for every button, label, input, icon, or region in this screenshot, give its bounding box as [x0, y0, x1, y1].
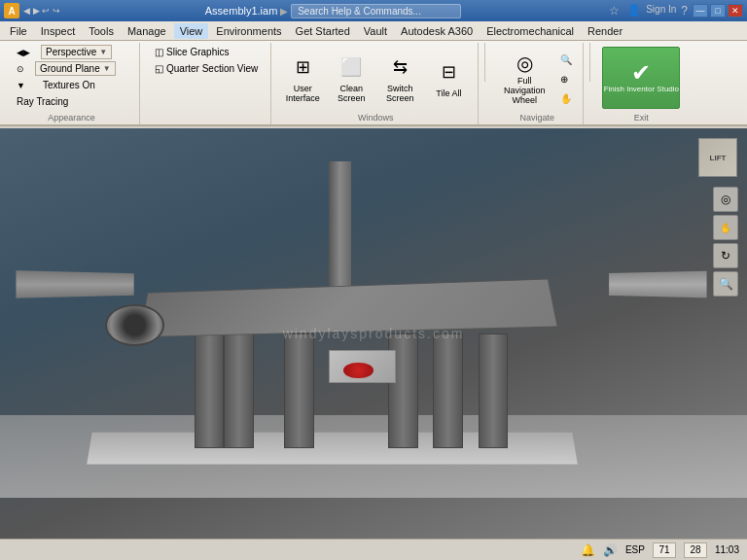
ribbon: ◀▶ Perspective ▼ ⊙ Ground Plane ▼ ▼ [0, 41, 747, 126]
separator1 [484, 43, 485, 82]
scene-frame-left [17, 270, 134, 298]
menu-inspect[interactable]: Inspect [35, 23, 81, 39]
menu-manage[interactable]: Manage [122, 23, 172, 39]
slice-label: Slice Graphics [166, 47, 229, 57]
ray-tracing-label: Ray Tracing [17, 96, 68, 107]
notification-icon: 🔔 [581, 543, 595, 557]
zoom-btn[interactable]: 🔍 [555, 52, 577, 68]
star-icon[interactable]: ☆ [606, 4, 622, 18]
ground-plane-label: Ground Plane [40, 63, 100, 74]
titlebar: A ◀ ▶ ↩ ↪ Assembly1.iam ▶ Search Help & … [0, 0, 747, 21]
viewport-zoom-btn[interactable]: 🔍 [713, 271, 738, 297]
clean-screen-icon: ⬜ [336, 52, 367, 83]
appearance-group-label: Appearance [48, 111, 95, 122]
menu-render[interactable]: Render [582, 23, 628, 39]
menu-autodesk-a360[interactable]: Autodesk A360 [395, 23, 479, 39]
viewport-pan-btn[interactable]: ✋ [713, 215, 738, 240]
appearance-controls: ◀▶ Perspective ▼ ⊙ Ground Plane ▼ ▼ [10, 45, 116, 111]
scene-wheel [105, 304, 164, 345]
finish-checkmark-icon: ✔ [631, 61, 651, 85]
scene-frame-right [610, 270, 708, 298]
navigate-group-label: Navigate [520, 113, 555, 122]
viewport[interactable]: windylaysproducts.com LIFT ◎ ✋ ↻ 🔍 [0, 128, 747, 539]
titlebar-left: A ◀ ▶ ↩ ↪ [4, 3, 60, 18]
close-button[interactable]: ✕ [728, 4, 743, 18]
navigate-secondary-btns: 🔍 ⊕ ✋ [555, 52, 577, 107]
ribbon-group-navigate: ◎ Full NavigationWheel 🔍 ⊕ ✋ Navigate [491, 43, 584, 124]
title-text: Assembly1.iam [205, 5, 278, 17]
pan-btn[interactable]: ✋ [555, 90, 577, 107]
scene-leg-5 [224, 333, 254, 448]
menu-tools[interactable]: Tools [83, 23, 120, 39]
finish-inventor-studio-btn[interactable]: ✔ Finish Inventor Studio [602, 47, 680, 109]
appearance-row1: ◀▶ Perspective ▼ [10, 45, 116, 59]
appearance-mode-btn[interactable]: ⊙ [10, 62, 31, 76]
ray-tracing-btn[interactable]: Ray Tracing [10, 94, 75, 109]
tile-all-icon: ⊟ [433, 56, 464, 88]
slice-graphics-btn[interactable]: ◫ Slice Graphics [148, 45, 265, 59]
viewport-inner: windylaysproducts.com LIFT ◎ ✋ ↻ 🔍 [0, 128, 747, 539]
tile-all-label: Tile All [436, 89, 461, 99]
viewport-nav-wheel-btn[interactable]: ◎ [713, 187, 738, 212]
switch-screen-btn[interactable]: ⇆ SwitchScreen [376, 50, 423, 106]
ribbon-content: ◀▶ Perspective ▼ ⊙ Ground Plane ▼ ▼ [0, 41, 747, 126]
ribbon-group-visibility: ◫ Slice Graphics ◱ Quarter Section View [142, 43, 271, 124]
menu-environments[interactable]: Environments [210, 23, 287, 39]
menu-view[interactable]: View [174, 23, 209, 39]
user-icon[interactable]: 👤 [624, 4, 644, 18]
scene-leg-6 [433, 333, 463, 448]
full-nav-wheel-btn[interactable]: ◎ Full NavigationWheel [497, 51, 551, 107]
style-dropdown[interactable]: ▼ [10, 79, 32, 92]
menubar: File Inspect Tools Manage View Environme… [0, 21, 747, 41]
viewcube-face[interactable]: LIFT [698, 138, 737, 177]
search-bar[interactable]: Search Help & Commands... [291, 4, 461, 18]
app-icon: A [4, 3, 19, 18]
quick-access: ◀ ▶ ↩ ↪ [23, 6, 60, 16]
window-title: Assembly1.iam ▶ Search Help & Commands..… [60, 5, 607, 17]
visual-style-btn[interactable]: ◀▶ [10, 46, 37, 59]
scene-leg-4 [479, 333, 509, 448]
ground-plane-dropdown[interactable]: Ground Plane ▼ [35, 61, 116, 76]
menu-get-started[interactable]: Get Started [290, 23, 356, 39]
scene-leg-1 [195, 333, 225, 448]
slice-icon: ◫ [155, 47, 163, 57]
appearance-row4: Ray Tracing [10, 94, 116, 109]
quarter-section-btn[interactable]: ◱ Quarter Section View [148, 61, 265, 76]
clean-screen-btn[interactable]: ⬜ Clean Screen [328, 50, 374, 106]
scene-leg-2 [284, 333, 314, 448]
exit-group-label: Exit [634, 111, 649, 122]
separator2 [589, 43, 590, 82]
textures-label: Textures On [43, 80, 95, 90]
clean-screen-label: Clean Screen [329, 85, 374, 104]
perspective-dropdown[interactable]: Perspective ▼ [41, 45, 112, 59]
textures-btn[interactable]: Textures On [36, 78, 102, 92]
minimize-button[interactable]: — [693, 4, 708, 18]
navigate-buttons: ◎ Full NavigationWheel 🔍 ⊕ ✋ [497, 45, 577, 113]
switch-screen-icon: ⇆ [384, 52, 415, 83]
lang-label: ESP [625, 544, 645, 555]
status-value-2: 28 [684, 542, 707, 558]
speaker-icon: 🔊 [603, 543, 618, 557]
nav-wheel-label: Full NavigationWheel [498, 77, 551, 106]
switch-screen-label: SwitchScreen [386, 85, 414, 104]
windows-group-label: Windows [358, 111, 394, 122]
user-interface-label: UserInterface [286, 85, 320, 104]
viewcube[interactable]: LIFT [698, 138, 737, 177]
statusbar: 🔔 🔊 ESP 71 28 11:03 [0, 539, 747, 560]
tile-all-btn[interactable]: ⊟ Tile All [425, 50, 472, 106]
user-signin[interactable]: Sign In [646, 4, 676, 18]
help-icon[interactable]: ? [678, 4, 691, 18]
orbit-btn[interactable]: ⊕ [555, 71, 577, 88]
menu-file[interactable]: File [4, 23, 33, 39]
appearance-row3: ▼ Textures On [10, 78, 116, 92]
clock: 11:03 [715, 544, 739, 555]
viewport-nav-panel: ◎ ✋ ↻ 🔍 [712, 187, 739, 297]
maximize-button[interactable]: □ [710, 4, 726, 18]
windows-buttons: ⊞ UserInterface ⬜ Clean Screen ⇆ SwitchS… [279, 45, 472, 111]
finish-label: Finish Inventor Studio [604, 85, 679, 94]
viewport-orbit-btn[interactable]: ↻ [713, 243, 738, 268]
titlebar-controls: ☆ 👤 Sign In ? — □ ✕ [606, 4, 743, 18]
menu-electromechanical[interactable]: Electromechanical [480, 23, 580, 39]
user-interface-btn[interactable]: ⊞ UserInterface [279, 50, 326, 106]
menu-vault[interactable]: Vault [358, 23, 393, 39]
